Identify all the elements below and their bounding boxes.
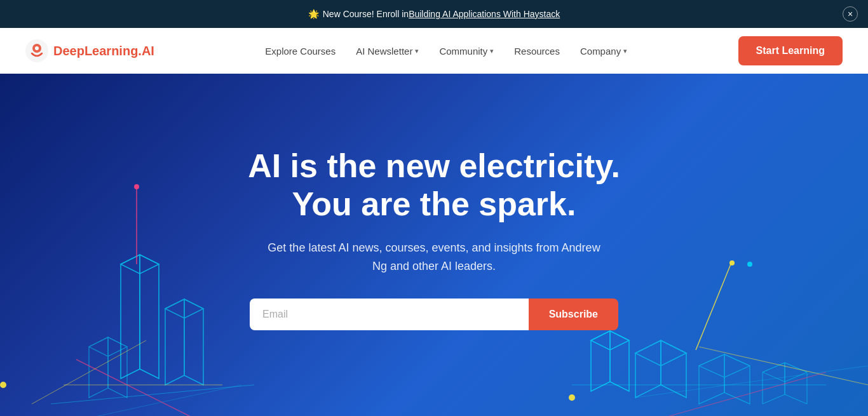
svg-line-14 bbox=[95, 385, 241, 416]
svg-marker-20 bbox=[635, 340, 661, 398]
start-learning-button[interactable]: Start Learning bbox=[738, 36, 843, 65]
hero-section: AI is the new electricity. You are the s… bbox=[0, 74, 868, 416]
nav-link-company[interactable]: Company ▾ bbox=[580, 46, 627, 57]
announcement-bar: 🌟 New Course! Enroll in Building AI Appl… bbox=[0, 0, 868, 28]
svg-marker-21 bbox=[661, 340, 686, 398]
svg-marker-18 bbox=[610, 331, 629, 391]
svg-marker-8 bbox=[165, 299, 203, 318]
svg-marker-19 bbox=[591, 331, 629, 350]
svg-marker-11 bbox=[89, 337, 127, 356]
svg-marker-5 bbox=[121, 255, 159, 274]
svg-marker-24 bbox=[724, 354, 750, 404]
nav-links: Explore Courses AI Newsletter ▾ Communit… bbox=[265, 46, 627, 57]
announcement-text: New Course! Enroll in bbox=[323, 9, 409, 19]
svg-marker-22 bbox=[635, 340, 686, 366]
close-button[interactable]: × bbox=[843, 6, 858, 22]
nav-link-resources[interactable]: Resources bbox=[514, 46, 560, 57]
svg-marker-25 bbox=[699, 354, 750, 377]
svg-point-36 bbox=[729, 260, 735, 265]
svg-line-15 bbox=[76, 359, 191, 416]
chevron-down-icon: ▾ bbox=[623, 47, 627, 55]
nav-link-community[interactable]: Community ▾ bbox=[439, 46, 494, 57]
nav-item-resources[interactable]: Resources bbox=[514, 46, 560, 57]
svg-marker-28 bbox=[763, 363, 807, 382]
nav-link-newsletter[interactable]: AI Newsletter ▾ bbox=[356, 46, 419, 57]
svg-point-2 bbox=[35, 46, 39, 50]
nav-item-company[interactable]: Company ▾ bbox=[580, 46, 627, 57]
svg-point-37 bbox=[0, 382, 6, 388]
svg-line-32 bbox=[635, 366, 868, 398]
svg-marker-27 bbox=[785, 363, 807, 404]
svg-line-13 bbox=[51, 385, 254, 404]
logo-icon bbox=[25, 39, 48, 62]
svg-marker-6 bbox=[165, 299, 184, 385]
svg-marker-23 bbox=[699, 354, 724, 404]
nav-item-explore[interactable]: Explore Courses bbox=[265, 46, 336, 57]
chevron-down-icon: ▾ bbox=[490, 47, 494, 55]
svg-line-35 bbox=[696, 264, 731, 350]
nav-link-explore[interactable]: Explore Courses bbox=[265, 46, 336, 57]
announcement-link[interactable]: Building AI Applications With Haystack bbox=[409, 9, 560, 19]
logo-text: DeepLearning.AI bbox=[53, 44, 154, 58]
logo[interactable]: DeepLearning.AI bbox=[25, 39, 154, 62]
svg-marker-17 bbox=[591, 331, 610, 391]
email-form: Subscribe bbox=[250, 299, 618, 330]
svg-marker-4 bbox=[140, 255, 159, 379]
svg-line-29 bbox=[699, 347, 868, 385]
navbar: DeepLearning.AI Explore Courses AI Newsl… bbox=[0, 28, 868, 74]
subscribe-button[interactable]: Subscribe bbox=[529, 299, 618, 330]
svg-line-16 bbox=[32, 340, 146, 404]
svg-point-34 bbox=[134, 184, 139, 189]
svg-marker-26 bbox=[763, 363, 785, 404]
nav-item-newsletter[interactable]: AI Newsletter ▾ bbox=[356, 46, 419, 57]
hero-title: AI is the new electricity. You are the s… bbox=[248, 147, 620, 224]
svg-marker-9 bbox=[89, 337, 108, 398]
hero-subtitle: Get the latest AI news, courses, events,… bbox=[262, 239, 606, 276]
chevron-down-icon: ▾ bbox=[415, 47, 419, 55]
svg-point-39 bbox=[569, 394, 575, 401]
svg-point-40 bbox=[747, 262, 752, 267]
announcement-star: 🌟 bbox=[308, 9, 319, 19]
email-input[interactable] bbox=[250, 299, 529, 330]
svg-marker-10 bbox=[108, 337, 127, 398]
nav-item-community[interactable]: Community ▾ bbox=[439, 46, 494, 57]
svg-line-31 bbox=[667, 372, 826, 416]
svg-marker-7 bbox=[184, 299, 203, 385]
svg-marker-3 bbox=[121, 255, 140, 379]
